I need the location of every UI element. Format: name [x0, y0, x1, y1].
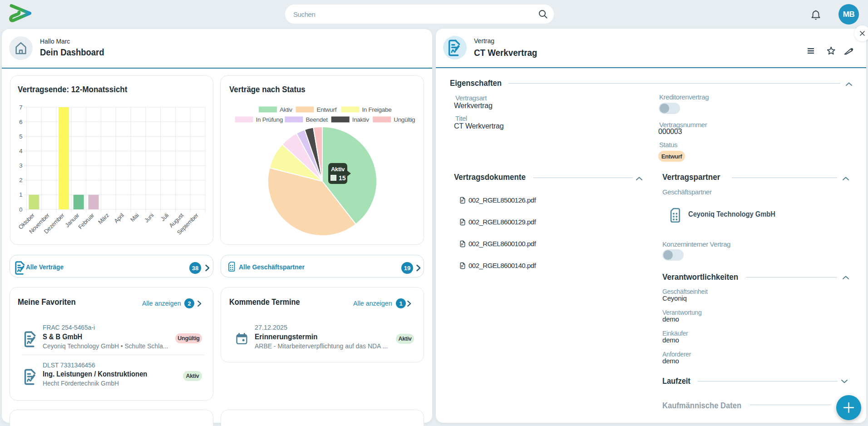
svg-text:P: P [461, 243, 464, 247]
svg-text:Entwurf: Entwurf [317, 106, 337, 113]
svg-text:Juni: Juni [143, 212, 155, 224]
svg-text:P: P [461, 199, 464, 203]
svg-text:Inaktiv: Inaktiv [352, 116, 369, 123]
svg-text:In Freigabe: In Freigabe [362, 106, 391, 113]
svg-text:6: 6 [19, 119, 22, 125]
svg-text:In Prüfung: In Prüfung [256, 116, 283, 123]
svg-text:4: 4 [19, 148, 22, 154]
svg-text:Mai: Mai [129, 212, 140, 223]
svg-text:April: April [113, 212, 125, 224]
svg-text:März: März [97, 212, 110, 226]
svg-text:3: 3 [19, 162, 22, 169]
svg-text:7: 7 [19, 104, 22, 111]
svg-text:Juli: Juli [159, 212, 170, 223]
svg-text:1: 1 [19, 191, 22, 198]
svg-text:2: 2 [19, 177, 22, 183]
svg-text:0: 0 [19, 206, 22, 213]
svg-text:Beendet: Beendet [306, 116, 328, 123]
svg-text:Aktiv: Aktiv [280, 106, 292, 113]
svg-text:P: P [461, 264, 464, 268]
svg-text:P: P [461, 221, 464, 225]
svg-text:Ungültig: Ungültig [394, 116, 415, 123]
svg-text:Februar: Februar [77, 212, 96, 231]
svg-text:5: 5 [19, 133, 22, 140]
